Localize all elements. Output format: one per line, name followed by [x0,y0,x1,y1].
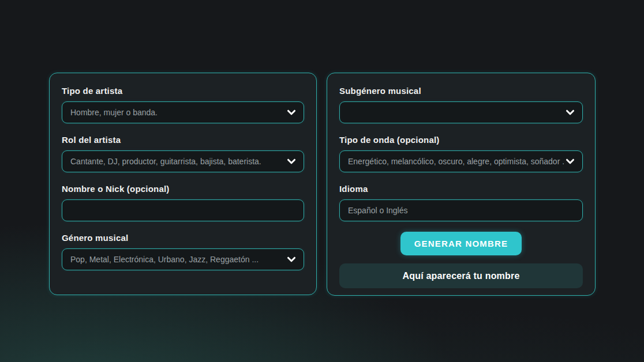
chevron-down-icon [566,108,575,117]
artist-role-placeholder: Cantante, DJ, productor, guitarrista, ba… [70,157,283,166]
music-genre-label: Género musical [62,233,304,243]
language-field-wrap [339,199,583,221]
artist-type-select[interactable]: Hombre, mujer o banda. [62,101,304,123]
name-nick-label: Nombre o Nick (opcional) [62,184,304,194]
artist-role-select[interactable]: Cantante, DJ, productor, guitarrista, ba… [62,150,304,172]
artist-form-panel: Tipo de artista Hombre, mujer o banda. R… [49,73,317,295]
vibe-type-label: Tipo de onda (opcional) [339,135,583,145]
generator-panel: Subgénero musical Tipo de onda (opcional… [327,73,596,296]
artist-role-label: Rol del artista [62,135,304,145]
name-nick-field-wrap [62,199,304,221]
name-nick-input[interactable] [70,200,295,221]
generate-name-button[interactable]: GENERAR NOMBRE [400,232,522,255]
music-genre-select[interactable]: Pop, Metal, Electrónica, Urbano, Jazz, R… [62,248,304,270]
language-label: Idioma [339,184,583,194]
chevron-down-icon [566,157,575,166]
subgenre-label: Subgénero musical [339,86,583,96]
language-input[interactable] [348,200,574,221]
vibe-type-placeholder: Energético, melancólico, oscuro, alegre,… [348,157,564,166]
subgenre-select[interactable] [339,101,583,123]
music-genre-placeholder: Pop, Metal, Electrónica, Urbano, Jazz, R… [70,255,283,264]
artist-type-placeholder: Hombre, mujer o banda. [70,108,283,117]
chevron-down-icon [287,108,296,117]
chevron-down-icon [287,157,296,166]
artist-type-label: Tipo de artista [62,86,304,96]
vibe-type-select[interactable]: Energético, melancólico, oscuro, alegre,… [339,150,583,172]
chevron-down-icon [287,255,296,264]
generated-name-result: Aquí aparecerá tu nombre [339,263,583,288]
